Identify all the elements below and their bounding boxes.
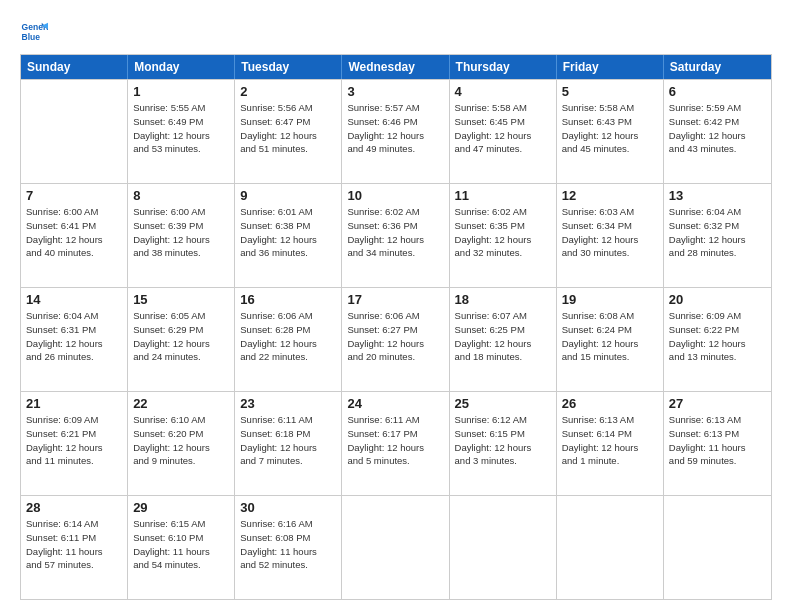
logo: General Blue	[20, 18, 52, 46]
day-info: Sunrise: 6:09 AM Sunset: 6:22 PM Dayligh…	[669, 309, 766, 364]
day-cell-25: 25Sunrise: 6:12 AM Sunset: 6:15 PM Dayli…	[450, 392, 557, 495]
header-day-monday: Monday	[128, 55, 235, 79]
day-info: Sunrise: 6:05 AM Sunset: 6:29 PM Dayligh…	[133, 309, 229, 364]
week-row-3: 14Sunrise: 6:04 AM Sunset: 6:31 PM Dayli…	[21, 287, 771, 391]
day-info: Sunrise: 5:59 AM Sunset: 6:42 PM Dayligh…	[669, 101, 766, 156]
empty-cell	[342, 496, 449, 599]
day-cell-21: 21Sunrise: 6:09 AM Sunset: 6:21 PM Dayli…	[21, 392, 128, 495]
day-number: 25	[455, 396, 551, 411]
day-info: Sunrise: 6:13 AM Sunset: 6:13 PM Dayligh…	[669, 413, 766, 468]
day-cell-10: 10Sunrise: 6:02 AM Sunset: 6:36 PM Dayli…	[342, 184, 449, 287]
day-info: Sunrise: 5:55 AM Sunset: 6:49 PM Dayligh…	[133, 101, 229, 156]
header-day-wednesday: Wednesday	[342, 55, 449, 79]
day-number: 20	[669, 292, 766, 307]
day-info: Sunrise: 6:07 AM Sunset: 6:25 PM Dayligh…	[455, 309, 551, 364]
day-number: 24	[347, 396, 443, 411]
day-number: 29	[133, 500, 229, 515]
day-number: 19	[562, 292, 658, 307]
week-row-1: 1Sunrise: 5:55 AM Sunset: 6:49 PM Daylig…	[21, 79, 771, 183]
day-cell-26: 26Sunrise: 6:13 AM Sunset: 6:14 PM Dayli…	[557, 392, 664, 495]
day-info: Sunrise: 6:01 AM Sunset: 6:38 PM Dayligh…	[240, 205, 336, 260]
day-number: 16	[240, 292, 336, 307]
day-number: 9	[240, 188, 336, 203]
day-cell-30: 30Sunrise: 6:16 AM Sunset: 6:08 PM Dayli…	[235, 496, 342, 599]
day-cell-8: 8Sunrise: 6:00 AM Sunset: 6:39 PM Daylig…	[128, 184, 235, 287]
day-cell-28: 28Sunrise: 6:14 AM Sunset: 6:11 PM Dayli…	[21, 496, 128, 599]
day-info: Sunrise: 6:00 AM Sunset: 6:41 PM Dayligh…	[26, 205, 122, 260]
day-number: 26	[562, 396, 658, 411]
week-row-4: 21Sunrise: 6:09 AM Sunset: 6:21 PM Dayli…	[21, 391, 771, 495]
day-info: Sunrise: 6:11 AM Sunset: 6:18 PM Dayligh…	[240, 413, 336, 468]
day-info: Sunrise: 6:08 AM Sunset: 6:24 PM Dayligh…	[562, 309, 658, 364]
day-number: 28	[26, 500, 122, 515]
day-info: Sunrise: 6:02 AM Sunset: 6:36 PM Dayligh…	[347, 205, 443, 260]
day-number: 8	[133, 188, 229, 203]
day-cell-29: 29Sunrise: 6:15 AM Sunset: 6:10 PM Dayli…	[128, 496, 235, 599]
day-number: 12	[562, 188, 658, 203]
day-info: Sunrise: 6:15 AM Sunset: 6:10 PM Dayligh…	[133, 517, 229, 572]
page-header: General Blue	[20, 18, 772, 46]
logo-icon: General Blue	[20, 18, 48, 46]
day-number: 10	[347, 188, 443, 203]
day-info: Sunrise: 6:16 AM Sunset: 6:08 PM Dayligh…	[240, 517, 336, 572]
day-number: 5	[562, 84, 658, 99]
day-number: 14	[26, 292, 122, 307]
day-info: Sunrise: 6:06 AM Sunset: 6:28 PM Dayligh…	[240, 309, 336, 364]
day-cell-20: 20Sunrise: 6:09 AM Sunset: 6:22 PM Dayli…	[664, 288, 771, 391]
day-cell-3: 3Sunrise: 5:57 AM Sunset: 6:46 PM Daylig…	[342, 80, 449, 183]
day-info: Sunrise: 6:12 AM Sunset: 6:15 PM Dayligh…	[455, 413, 551, 468]
day-cell-4: 4Sunrise: 5:58 AM Sunset: 6:45 PM Daylig…	[450, 80, 557, 183]
day-cell-7: 7Sunrise: 6:00 AM Sunset: 6:41 PM Daylig…	[21, 184, 128, 287]
calendar-page: General Blue SundayMondayTuesdayWednesda…	[0, 0, 792, 612]
header-day-sunday: Sunday	[21, 55, 128, 79]
day-number: 13	[669, 188, 766, 203]
day-number: 22	[133, 396, 229, 411]
day-cell-16: 16Sunrise: 6:06 AM Sunset: 6:28 PM Dayli…	[235, 288, 342, 391]
calendar-grid: SundayMondayTuesdayWednesdayThursdayFrid…	[20, 54, 772, 600]
day-info: Sunrise: 5:58 AM Sunset: 6:43 PM Dayligh…	[562, 101, 658, 156]
day-cell-5: 5Sunrise: 5:58 AM Sunset: 6:43 PM Daylig…	[557, 80, 664, 183]
day-number: 7	[26, 188, 122, 203]
day-cell-27: 27Sunrise: 6:13 AM Sunset: 6:13 PM Dayli…	[664, 392, 771, 495]
day-number: 11	[455, 188, 551, 203]
day-number: 15	[133, 292, 229, 307]
day-number: 1	[133, 84, 229, 99]
empty-cell	[664, 496, 771, 599]
day-number: 17	[347, 292, 443, 307]
day-cell-12: 12Sunrise: 6:03 AM Sunset: 6:34 PM Dayli…	[557, 184, 664, 287]
empty-cell	[557, 496, 664, 599]
day-cell-11: 11Sunrise: 6:02 AM Sunset: 6:35 PM Dayli…	[450, 184, 557, 287]
day-number: 23	[240, 396, 336, 411]
day-info: Sunrise: 6:14 AM Sunset: 6:11 PM Dayligh…	[26, 517, 122, 572]
day-number: 4	[455, 84, 551, 99]
day-cell-9: 9Sunrise: 6:01 AM Sunset: 6:38 PM Daylig…	[235, 184, 342, 287]
day-cell-1: 1Sunrise: 5:55 AM Sunset: 6:49 PM Daylig…	[128, 80, 235, 183]
svg-text:General: General	[22, 22, 48, 32]
day-number: 2	[240, 84, 336, 99]
day-number: 3	[347, 84, 443, 99]
day-info: Sunrise: 6:11 AM Sunset: 6:17 PM Dayligh…	[347, 413, 443, 468]
day-cell-24: 24Sunrise: 6:11 AM Sunset: 6:17 PM Dayli…	[342, 392, 449, 495]
day-info: Sunrise: 6:13 AM Sunset: 6:14 PM Dayligh…	[562, 413, 658, 468]
day-number: 27	[669, 396, 766, 411]
svg-text:Blue: Blue	[22, 32, 41, 42]
header-day-tuesday: Tuesday	[235, 55, 342, 79]
day-info: Sunrise: 6:04 AM Sunset: 6:31 PM Dayligh…	[26, 309, 122, 364]
day-cell-14: 14Sunrise: 6:04 AM Sunset: 6:31 PM Dayli…	[21, 288, 128, 391]
day-number: 30	[240, 500, 336, 515]
day-info: Sunrise: 6:09 AM Sunset: 6:21 PM Dayligh…	[26, 413, 122, 468]
header-day-friday: Friday	[557, 55, 664, 79]
day-info: Sunrise: 6:04 AM Sunset: 6:32 PM Dayligh…	[669, 205, 766, 260]
week-row-2: 7Sunrise: 6:00 AM Sunset: 6:41 PM Daylig…	[21, 183, 771, 287]
day-cell-18: 18Sunrise: 6:07 AM Sunset: 6:25 PM Dayli…	[450, 288, 557, 391]
day-cell-22: 22Sunrise: 6:10 AM Sunset: 6:20 PM Dayli…	[128, 392, 235, 495]
day-info: Sunrise: 6:10 AM Sunset: 6:20 PM Dayligh…	[133, 413, 229, 468]
day-info: Sunrise: 6:00 AM Sunset: 6:39 PM Dayligh…	[133, 205, 229, 260]
empty-cell	[450, 496, 557, 599]
header-day-thursday: Thursday	[450, 55, 557, 79]
day-info: Sunrise: 6:03 AM Sunset: 6:34 PM Dayligh…	[562, 205, 658, 260]
day-cell-15: 15Sunrise: 6:05 AM Sunset: 6:29 PM Dayli…	[128, 288, 235, 391]
header-day-saturday: Saturday	[664, 55, 771, 79]
day-cell-17: 17Sunrise: 6:06 AM Sunset: 6:27 PM Dayli…	[342, 288, 449, 391]
week-row-5: 28Sunrise: 6:14 AM Sunset: 6:11 PM Dayli…	[21, 495, 771, 599]
